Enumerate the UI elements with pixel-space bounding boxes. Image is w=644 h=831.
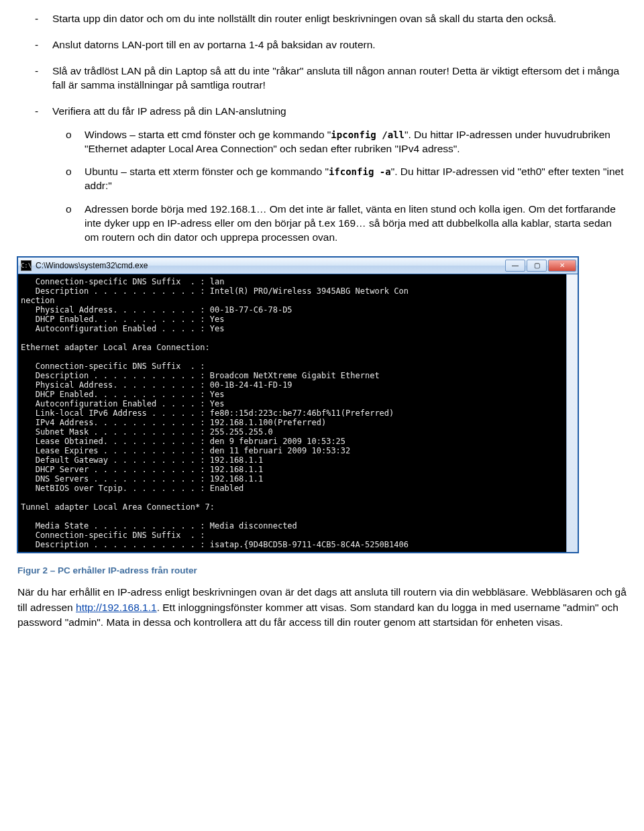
terminal-text: Connection-specific DNS Suffix . : lan D… — [21, 277, 409, 549]
sub-list-item: Windows – starta ett cmd fönster och ge … — [85, 128, 624, 156]
figure-caption: Figur 2 – PC erhåller IP-adress från rou… — [17, 565, 627, 577]
text-run: Windows – starta ett cmd fönster och ge … — [85, 129, 331, 140]
cmd-icon: C:\ — [21, 260, 32, 271]
router-url-link[interactable]: http://192.168.1.1 — [76, 602, 157, 613]
list-item-text: Verifiera att du får IP adress på din LA… — [52, 105, 286, 117]
list-item: Starta upp din dator och om du inte noll… — [52, 12, 627, 26]
list-item: Anslut datorns LAN-port till en av porta… — [52, 38, 627, 52]
terminal-output[interactable]: Connection-specific DNS Suffix . : lan D… — [18, 274, 578, 552]
text-run: Ubuntu – starta ett xterm fönster och ge… — [85, 166, 329, 177]
window-title: C:\Windows\system32\cmd.exe — [36, 260, 148, 271]
scrollbar-thumb[interactable] — [567, 531, 576, 551]
maximize-button[interactable]: ▢ — [527, 260, 547, 272]
minimize-button[interactable]: — — [505, 260, 525, 272]
window-titlebar[interactable]: C:\ C:\Windows\system32\cmd.exe — ▢ ✕ — [18, 258, 578, 274]
cmd-window: C:\ C:\Windows\system32\cmd.exe — ▢ ✕ Co… — [17, 257, 578, 553]
instruction-list: Starta upp din dator och om du inte noll… — [17, 12, 627, 245]
close-button[interactable]: ✕ — [548, 260, 576, 272]
sub-list-item: Adressen borde börja med 192.168.1… Om d… — [85, 203, 624, 245]
list-item: Slå av trådlöst LAN på din Laptop så att… — [52, 64, 627, 93]
sub-list: Windows – starta ett cmd fönster och ge … — [52, 128, 624, 245]
list-item: Verifiera att du får IP adress på din LA… — [52, 105, 627, 245]
code-inline: ipconfig /all — [331, 129, 405, 140]
sub-list-item: Ubuntu – starta ett xterm fönster och ge… — [85, 165, 624, 193]
body-paragraph: När du har erhållit en IP-adress enligt … — [17, 585, 627, 630]
code-inline: ifconfig -a — [329, 166, 391, 177]
